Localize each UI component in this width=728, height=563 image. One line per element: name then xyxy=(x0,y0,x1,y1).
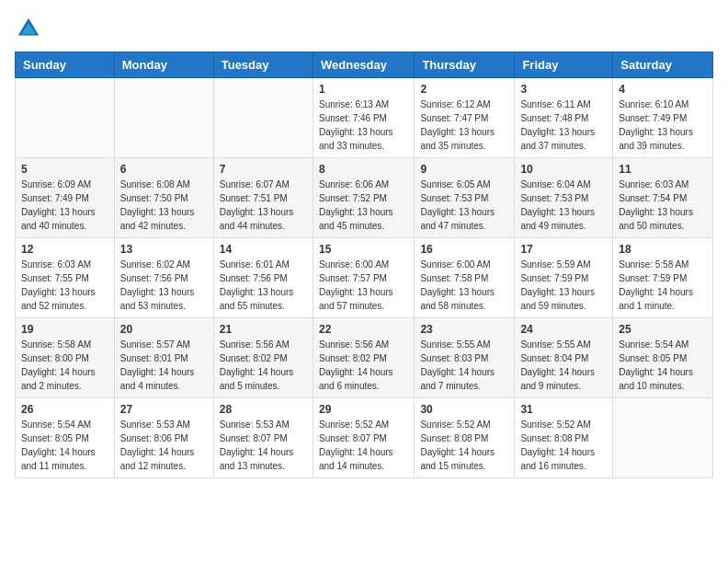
day-number: 8 xyxy=(319,163,408,176)
day-number: 22 xyxy=(319,323,408,336)
calendar-week-row: 5Sunrise: 6:09 AMSunset: 7:49 PMDaylight… xyxy=(16,158,713,238)
day-number: 18 xyxy=(619,243,707,256)
day-number: 16 xyxy=(420,243,508,256)
day-info: Sunrise: 5:55 AMSunset: 8:04 PMDaylight:… xyxy=(520,338,607,393)
day-info: Sunrise: 6:12 AMSunset: 7:47 PMDaylight:… xyxy=(420,98,508,153)
day-number: 11 xyxy=(619,163,707,176)
calendar-day-cell: 23Sunrise: 5:55 AMSunset: 8:03 PMDayligh… xyxy=(415,318,515,398)
calendar-week-row: 19Sunrise: 5:58 AMSunset: 8:00 PMDayligh… xyxy=(16,318,713,398)
day-number: 13 xyxy=(120,243,208,256)
day-info: Sunrise: 6:03 AMSunset: 7:55 PMDaylight:… xyxy=(21,258,108,313)
day-info: Sunrise: 6:11 AMSunset: 7:48 PMDaylight:… xyxy=(520,98,607,153)
weekday-header: Thursday xyxy=(415,52,515,78)
day-info: Sunrise: 5:53 AMSunset: 8:07 PMDaylight:… xyxy=(220,418,307,473)
weekday-header: Saturday xyxy=(613,52,713,78)
day-info: Sunrise: 5:55 AMSunset: 8:03 PMDaylight:… xyxy=(420,338,508,393)
calendar-day-cell: 31Sunrise: 5:52 AMSunset: 8:08 PMDayligh… xyxy=(515,398,613,478)
calendar: SundayMondayTuesdayWednesdayThursdayFrid… xyxy=(15,52,713,478)
calendar-day-cell: 20Sunrise: 5:57 AMSunset: 8:01 PMDayligh… xyxy=(114,318,213,398)
calendar-day-cell: 22Sunrise: 5:56 AMSunset: 8:02 PMDayligh… xyxy=(313,318,414,398)
day-info: Sunrise: 5:52 AMSunset: 8:08 PMDaylight:… xyxy=(420,418,508,473)
day-info: Sunrise: 5:56 AMSunset: 8:02 PMDaylight:… xyxy=(220,338,307,393)
day-number: 1 xyxy=(319,83,408,96)
day-number: 31 xyxy=(520,403,607,416)
day-info: Sunrise: 5:54 AMSunset: 8:05 PMDaylight:… xyxy=(619,338,707,393)
calendar-day-cell: 18Sunrise: 5:58 AMSunset: 7:59 PMDayligh… xyxy=(613,238,713,318)
calendar-day-cell xyxy=(114,78,213,158)
day-number: 4 xyxy=(619,83,707,96)
weekday-header: Friday xyxy=(515,52,613,78)
calendar-header: SundayMondayTuesdayWednesdayThursdayFrid… xyxy=(16,52,713,78)
page-header xyxy=(15,15,713,42)
day-number: 9 xyxy=(420,163,508,176)
calendar-day-cell: 2Sunrise: 6:12 AMSunset: 7:47 PMDaylight… xyxy=(415,78,515,158)
calendar-day-cell: 12Sunrise: 6:03 AMSunset: 7:55 PMDayligh… xyxy=(16,238,115,318)
calendar-day-cell: 13Sunrise: 6:02 AMSunset: 7:56 PMDayligh… xyxy=(114,238,213,318)
day-number: 6 xyxy=(120,163,208,176)
day-number: 26 xyxy=(21,403,108,416)
calendar-day-cell: 29Sunrise: 5:52 AMSunset: 8:07 PMDayligh… xyxy=(313,398,414,478)
day-number: 25 xyxy=(619,323,707,336)
day-number: 14 xyxy=(220,243,307,256)
calendar-day-cell: 30Sunrise: 5:52 AMSunset: 8:08 PMDayligh… xyxy=(415,398,515,478)
day-number: 28 xyxy=(220,403,307,416)
day-number: 24 xyxy=(520,323,607,336)
day-info: Sunrise: 5:58 AMSunset: 8:00 PMDaylight:… xyxy=(21,338,108,393)
calendar-day-cell: 5Sunrise: 6:09 AMSunset: 7:49 PMDaylight… xyxy=(16,158,115,238)
calendar-day-cell: 27Sunrise: 5:53 AMSunset: 8:06 PMDayligh… xyxy=(114,398,213,478)
calendar-day-cell xyxy=(16,78,115,158)
day-info: Sunrise: 6:00 AMSunset: 7:58 PMDaylight:… xyxy=(420,258,508,313)
calendar-day-cell xyxy=(613,398,713,478)
calendar-day-cell: 8Sunrise: 6:06 AMSunset: 7:52 PMDaylight… xyxy=(313,158,414,238)
calendar-day-cell: 1Sunrise: 6:13 AMSunset: 7:46 PMDaylight… xyxy=(313,78,414,158)
day-info: Sunrise: 5:59 AMSunset: 7:59 PMDaylight:… xyxy=(520,258,607,313)
weekday-header: Wednesday xyxy=(313,52,414,78)
day-info: Sunrise: 5:53 AMSunset: 8:06 PMDaylight:… xyxy=(120,418,208,473)
day-number: 5 xyxy=(21,163,108,176)
day-info: Sunrise: 6:08 AMSunset: 7:50 PMDaylight:… xyxy=(120,178,208,233)
calendar-day-cell xyxy=(213,78,313,158)
day-info: Sunrise: 6:02 AMSunset: 7:56 PMDaylight:… xyxy=(120,258,208,313)
day-number: 12 xyxy=(21,243,108,256)
weekday-header-row: SundayMondayTuesdayWednesdayThursdayFrid… xyxy=(16,52,713,78)
calendar-day-cell: 15Sunrise: 6:00 AMSunset: 7:57 PMDayligh… xyxy=(313,238,414,318)
day-number: 23 xyxy=(420,323,508,336)
day-info: Sunrise: 6:04 AMSunset: 7:53 PMDaylight:… xyxy=(520,178,607,233)
calendar-day-cell: 4Sunrise: 6:10 AMSunset: 7:49 PMDaylight… xyxy=(613,78,713,158)
day-number: 30 xyxy=(420,403,508,416)
calendar-body: 1Sunrise: 6:13 AMSunset: 7:46 PMDaylight… xyxy=(16,78,713,478)
day-info: Sunrise: 6:06 AMSunset: 7:52 PMDaylight:… xyxy=(319,178,408,233)
day-number: 15 xyxy=(319,243,408,256)
day-number: 10 xyxy=(520,163,607,176)
calendar-day-cell: 10Sunrise: 6:04 AMSunset: 7:53 PMDayligh… xyxy=(515,158,613,238)
day-info: Sunrise: 5:54 AMSunset: 8:05 PMDaylight:… xyxy=(21,418,108,473)
day-number: 17 xyxy=(520,243,607,256)
weekday-header: Tuesday xyxy=(213,52,313,78)
day-info: Sunrise: 6:03 AMSunset: 7:54 PMDaylight:… xyxy=(619,178,707,233)
day-number: 7 xyxy=(220,163,307,176)
calendar-day-cell: 19Sunrise: 5:58 AMSunset: 8:00 PMDayligh… xyxy=(16,318,115,398)
day-info: Sunrise: 6:10 AMSunset: 7:49 PMDaylight:… xyxy=(619,98,707,153)
day-number: 3 xyxy=(520,83,607,96)
day-number: 21 xyxy=(220,323,307,336)
day-number: 2 xyxy=(420,83,508,96)
day-number: 27 xyxy=(120,403,208,416)
calendar-day-cell: 24Sunrise: 5:55 AMSunset: 8:04 PMDayligh… xyxy=(515,318,613,398)
day-info: Sunrise: 5:57 AMSunset: 8:01 PMDaylight:… xyxy=(120,338,208,393)
calendar-day-cell: 26Sunrise: 5:54 AMSunset: 8:05 PMDayligh… xyxy=(16,398,115,478)
calendar-day-cell: 7Sunrise: 6:07 AMSunset: 7:51 PMDaylight… xyxy=(213,158,313,238)
logo-icon xyxy=(15,15,42,42)
calendar-day-cell: 28Sunrise: 5:53 AMSunset: 8:07 PMDayligh… xyxy=(213,398,313,478)
day-info: Sunrise: 6:09 AMSunset: 7:49 PMDaylight:… xyxy=(21,178,108,233)
day-number: 20 xyxy=(120,323,208,336)
calendar-day-cell: 6Sunrise: 6:08 AMSunset: 7:50 PMDaylight… xyxy=(114,158,213,238)
calendar-day-cell: 11Sunrise: 6:03 AMSunset: 7:54 PMDayligh… xyxy=(613,158,713,238)
weekday-header: Monday xyxy=(114,52,213,78)
logo xyxy=(15,15,48,42)
day-info: Sunrise: 6:05 AMSunset: 7:53 PMDaylight:… xyxy=(420,178,508,233)
weekday-header: Sunday xyxy=(16,52,115,78)
day-number: 29 xyxy=(319,403,408,416)
day-info: Sunrise: 5:56 AMSunset: 8:02 PMDaylight:… xyxy=(319,338,408,393)
day-info: Sunrise: 6:13 AMSunset: 7:46 PMDaylight:… xyxy=(319,98,408,153)
calendar-day-cell: 3Sunrise: 6:11 AMSunset: 7:48 PMDaylight… xyxy=(515,78,613,158)
